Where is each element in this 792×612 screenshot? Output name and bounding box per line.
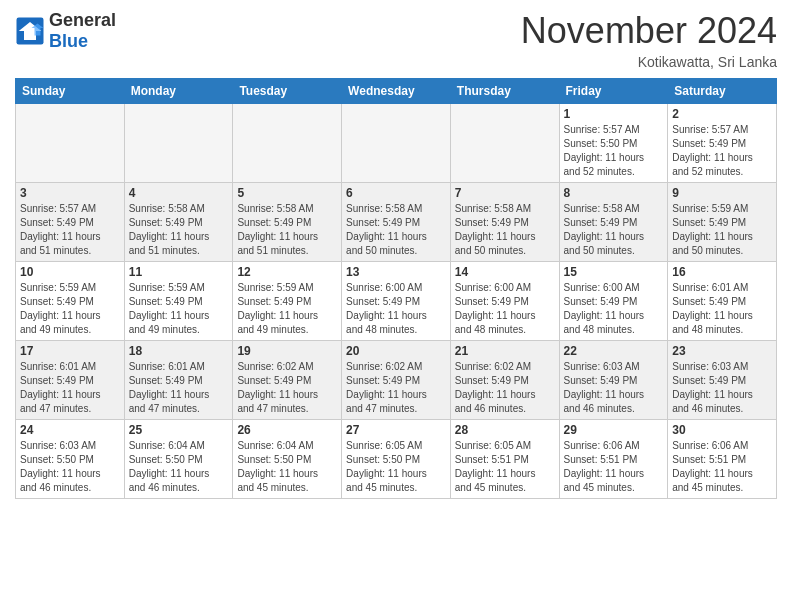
calendar-cell: 18Sunrise: 6:01 AM Sunset: 5:49 PM Dayli… [124,341,233,420]
weekday-header: Thursday [450,79,559,104]
calendar-cell: 17Sunrise: 6:01 AM Sunset: 5:49 PM Dayli… [16,341,125,420]
day-number: 14 [455,265,555,279]
day-info: Sunrise: 6:01 AM Sunset: 5:49 PM Dayligh… [20,360,120,416]
logo-icon [15,16,45,46]
day-number: 17 [20,344,120,358]
day-info: Sunrise: 6:04 AM Sunset: 5:50 PM Dayligh… [237,439,337,495]
day-info: Sunrise: 6:05 AM Sunset: 5:50 PM Dayligh… [346,439,446,495]
day-info: Sunrise: 5:59 AM Sunset: 5:49 PM Dayligh… [237,281,337,337]
calendar-cell: 10Sunrise: 5:59 AM Sunset: 5:49 PM Dayli… [16,262,125,341]
calendar-cell: 14Sunrise: 6:00 AM Sunset: 5:49 PM Dayli… [450,262,559,341]
day-info: Sunrise: 6:03 AM Sunset: 5:49 PM Dayligh… [564,360,664,416]
day-info: Sunrise: 5:59 AM Sunset: 5:49 PM Dayligh… [129,281,229,337]
calendar-cell: 8Sunrise: 5:58 AM Sunset: 5:49 PM Daylig… [559,183,668,262]
weekday-header: Friday [559,79,668,104]
calendar-cell: 20Sunrise: 6:02 AM Sunset: 5:49 PM Dayli… [342,341,451,420]
day-info: Sunrise: 5:57 AM Sunset: 5:50 PM Dayligh… [564,123,664,179]
day-number: 11 [129,265,229,279]
day-number: 26 [237,423,337,437]
day-info: Sunrise: 6:02 AM Sunset: 5:49 PM Dayligh… [455,360,555,416]
day-info: Sunrise: 6:06 AM Sunset: 5:51 PM Dayligh… [672,439,772,495]
day-info: Sunrise: 6:01 AM Sunset: 5:49 PM Dayligh… [672,281,772,337]
calendar-cell: 29Sunrise: 6:06 AM Sunset: 5:51 PM Dayli… [559,420,668,499]
day-info: Sunrise: 6:03 AM Sunset: 5:50 PM Dayligh… [20,439,120,495]
day-number: 23 [672,344,772,358]
day-info: Sunrise: 6:02 AM Sunset: 5:49 PM Dayligh… [237,360,337,416]
title-block: November 2024 Kotikawatta, Sri Lanka [521,10,777,70]
day-number: 7 [455,186,555,200]
calendar-cell: 15Sunrise: 6:00 AM Sunset: 5:49 PM Dayli… [559,262,668,341]
calendar-cell: 12Sunrise: 5:59 AM Sunset: 5:49 PM Dayli… [233,262,342,341]
logo-text: General Blue [49,10,116,52]
day-number: 9 [672,186,772,200]
day-info: Sunrise: 6:05 AM Sunset: 5:51 PM Dayligh… [455,439,555,495]
day-number: 30 [672,423,772,437]
calendar-cell: 26Sunrise: 6:04 AM Sunset: 5:50 PM Dayli… [233,420,342,499]
day-info: Sunrise: 5:58 AM Sunset: 5:49 PM Dayligh… [455,202,555,258]
day-number: 18 [129,344,229,358]
calendar-cell: 3Sunrise: 5:57 AM Sunset: 5:49 PM Daylig… [16,183,125,262]
calendar-cell [233,104,342,183]
day-number: 3 [20,186,120,200]
day-number: 19 [237,344,337,358]
calendar-cell: 28Sunrise: 6:05 AM Sunset: 5:51 PM Dayli… [450,420,559,499]
day-number: 13 [346,265,446,279]
day-info: Sunrise: 5:59 AM Sunset: 5:49 PM Dayligh… [20,281,120,337]
day-info: Sunrise: 5:58 AM Sunset: 5:49 PM Dayligh… [346,202,446,258]
day-info: Sunrise: 6:00 AM Sunset: 5:49 PM Dayligh… [564,281,664,337]
page-container: General Blue November 2024 Kotikawatta, … [0,0,792,509]
calendar-cell: 11Sunrise: 5:59 AM Sunset: 5:49 PM Dayli… [124,262,233,341]
day-number: 10 [20,265,120,279]
calendar-cell: 30Sunrise: 6:06 AM Sunset: 5:51 PM Dayli… [668,420,777,499]
logo-general-text: General [49,10,116,31]
calendar-cell [342,104,451,183]
calendar-week-row: 17Sunrise: 6:01 AM Sunset: 5:49 PM Dayli… [16,341,777,420]
calendar-cell: 4Sunrise: 5:58 AM Sunset: 5:49 PM Daylig… [124,183,233,262]
day-info: Sunrise: 5:57 AM Sunset: 5:49 PM Dayligh… [672,123,772,179]
calendar-cell: 13Sunrise: 6:00 AM Sunset: 5:49 PM Dayli… [342,262,451,341]
location: Kotikawatta, Sri Lanka [521,54,777,70]
weekday-header-row: SundayMondayTuesdayWednesdayThursdayFrid… [16,79,777,104]
day-number: 25 [129,423,229,437]
day-info: Sunrise: 6:02 AM Sunset: 5:49 PM Dayligh… [346,360,446,416]
logo: General Blue [15,10,116,52]
day-number: 22 [564,344,664,358]
calendar-week-row: 10Sunrise: 5:59 AM Sunset: 5:49 PM Dayli… [16,262,777,341]
calendar-week-row: 1Sunrise: 5:57 AM Sunset: 5:50 PM Daylig… [16,104,777,183]
day-info: Sunrise: 6:03 AM Sunset: 5:49 PM Dayligh… [672,360,772,416]
calendar-table: SundayMondayTuesdayWednesdayThursdayFrid… [15,78,777,499]
weekday-header: Saturday [668,79,777,104]
calendar-cell: 6Sunrise: 5:58 AM Sunset: 5:49 PM Daylig… [342,183,451,262]
calendar-cell: 5Sunrise: 5:58 AM Sunset: 5:49 PM Daylig… [233,183,342,262]
day-info: Sunrise: 5:58 AM Sunset: 5:49 PM Dayligh… [129,202,229,258]
calendar-cell: 23Sunrise: 6:03 AM Sunset: 5:49 PM Dayli… [668,341,777,420]
day-info: Sunrise: 6:00 AM Sunset: 5:49 PM Dayligh… [455,281,555,337]
day-info: Sunrise: 5:57 AM Sunset: 5:49 PM Dayligh… [20,202,120,258]
calendar-cell: 21Sunrise: 6:02 AM Sunset: 5:49 PM Dayli… [450,341,559,420]
day-number: 24 [20,423,120,437]
day-number: 8 [564,186,664,200]
calendar-cell [450,104,559,183]
day-number: 20 [346,344,446,358]
calendar-cell: 24Sunrise: 6:03 AM Sunset: 5:50 PM Dayli… [16,420,125,499]
day-number: 5 [237,186,337,200]
day-info: Sunrise: 6:04 AM Sunset: 5:50 PM Dayligh… [129,439,229,495]
header: General Blue November 2024 Kotikawatta, … [15,10,777,70]
calendar-cell: 16Sunrise: 6:01 AM Sunset: 5:49 PM Dayli… [668,262,777,341]
calendar-cell: 19Sunrise: 6:02 AM Sunset: 5:49 PM Dayli… [233,341,342,420]
calendar-cell: 7Sunrise: 5:58 AM Sunset: 5:49 PM Daylig… [450,183,559,262]
calendar-body: 1Sunrise: 5:57 AM Sunset: 5:50 PM Daylig… [16,104,777,499]
weekday-header: Monday [124,79,233,104]
calendar-week-row: 24Sunrise: 6:03 AM Sunset: 5:50 PM Dayli… [16,420,777,499]
weekday-header: Tuesday [233,79,342,104]
calendar-cell: 1Sunrise: 5:57 AM Sunset: 5:50 PM Daylig… [559,104,668,183]
calendar-cell: 9Sunrise: 5:59 AM Sunset: 5:49 PM Daylig… [668,183,777,262]
weekday-header: Sunday [16,79,125,104]
calendar-cell: 22Sunrise: 6:03 AM Sunset: 5:49 PM Dayli… [559,341,668,420]
calendar-cell [124,104,233,183]
weekday-header: Wednesday [342,79,451,104]
day-number: 29 [564,423,664,437]
day-info: Sunrise: 5:58 AM Sunset: 5:49 PM Dayligh… [564,202,664,258]
day-number: 2 [672,107,772,121]
day-number: 12 [237,265,337,279]
